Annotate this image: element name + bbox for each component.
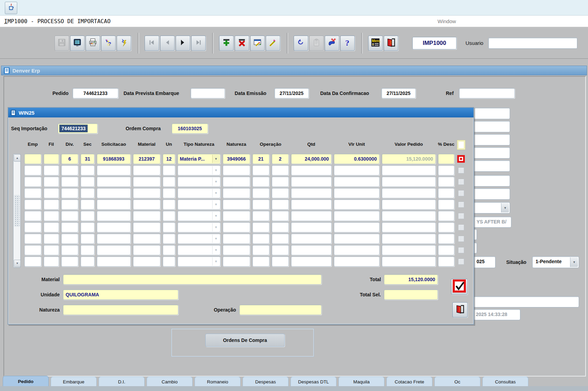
cell-div[interactable] — [61, 245, 78, 255]
cell-fil[interactable] — [43, 222, 59, 232]
cell-fil[interactable] — [43, 188, 59, 198]
cell-emp[interactable] — [24, 165, 41, 175]
cell-un[interactable] — [163, 222, 175, 232]
cell-operacao-2[interactable] — [272, 199, 289, 210]
data-confirmacao-field[interactable]: 27/11/2025 — [381, 88, 416, 98]
chevron-down-icon[interactable]: ▼ — [212, 223, 219, 231]
cell-sec[interactable] — [80, 177, 95, 187]
cell-operacao[interactable] — [252, 165, 270, 175]
help-button[interactable]: ? — [340, 36, 355, 51]
cell-perc-desc[interactable] — [438, 199, 454, 210]
cell-sec[interactable] — [80, 199, 95, 210]
tab-maquila[interactable]: Maquila — [339, 376, 384, 387]
cell-emp[interactable] — [24, 211, 41, 221]
cell-solicitacao[interactable] — [97, 211, 131, 221]
cell-sec[interactable] — [80, 245, 95, 255]
cell-tipo-natureza[interactable]: ▼ — [177, 222, 220, 232]
row-checkbox[interactable] — [458, 259, 464, 265]
cell-perc-desc[interactable] — [438, 165, 454, 175]
select-all-checkbox[interactable] — [457, 140, 465, 150]
ordem-compra-field[interactable]: 160103025 — [172, 123, 208, 134]
tab-consultas[interactable]: Consultas — [482, 376, 528, 387]
print-button[interactable] — [86, 36, 100, 51]
cell-fil[interactable] — [43, 211, 59, 221]
cell-fil[interactable] — [43, 165, 59, 175]
cell-natureza[interactable] — [223, 211, 250, 221]
grid-empty-row[interactable]: ▼ — [24, 177, 466, 187]
menu-window[interactable]: Window — [438, 18, 456, 24]
java-applet-button[interactable] — [5, 2, 17, 14]
cell-operacao-2[interactable] — [272, 245, 289, 255]
grid-empty-row[interactable]: ▼ — [24, 245, 466, 255]
cell-vlr-unit[interactable] — [334, 245, 380, 255]
cell-tipo-natureza[interactable]: ▼ — [177, 245, 220, 255]
row-selected-checkbox[interactable] — [457, 155, 465, 163]
undo-button[interactable] — [294, 36, 308, 51]
natureza-field[interactable] — [63, 305, 178, 315]
first-record-button[interactable] — [145, 36, 159, 51]
menu-program-title[interactable]: IMP1000 - PROCESSO DE IMPORTACAO — [4, 18, 110, 25]
cell-qtd[interactable] — [291, 233, 332, 244]
tab-cotacao-frete[interactable]: Cotacao Frete — [386, 376, 432, 387]
cell-emp[interactable] — [24, 233, 41, 244]
delete-record-button[interactable] — [235, 36, 249, 51]
cell-emp[interactable] — [24, 256, 41, 267]
cell-vlr-unit[interactable]: 0.6300000 — [334, 154, 380, 164]
cell-un[interactable] — [163, 233, 175, 244]
cell-div[interactable] — [61, 177, 78, 187]
cell-perc-desc[interactable] — [438, 154, 454, 164]
close-modal-button[interactable] — [452, 302, 468, 317]
cell-div[interactable]: 6 — [61, 154, 78, 164]
save-button[interactable] — [55, 36, 69, 51]
insert-record-button[interactable] — [219, 36, 234, 51]
cell-perc-desc[interactable] — [438, 233, 454, 244]
seq-importacao-field[interactable]: 744621233 — [58, 123, 98, 134]
win25-titlebar[interactable]: WIN25 — [8, 108, 473, 117]
clipboard-button[interactable] — [309, 36, 324, 51]
grid-empty-row[interactable]: ▼ — [24, 233, 466, 244]
cell-perc-desc[interactable] — [438, 256, 454, 267]
row-checkbox[interactable] — [458, 247, 464, 253]
cell-sec[interactable] — [80, 222, 95, 232]
cell-tipo-natureza[interactable]: ▼ — [177, 188, 220, 198]
cell-tipo-natureza[interactable]: Materia P... ▼ — [177, 154, 220, 164]
cell-qtd[interactable] — [291, 177, 332, 187]
display-button[interactable] — [70, 36, 85, 51]
cell-vlr-unit[interactable] — [334, 222, 380, 232]
situacao-dropdown[interactable]: 1-Pendente ▼ — [532, 256, 579, 268]
cell-material[interactable]: 212397 — [133, 154, 160, 164]
cell-natureza[interactable] — [223, 256, 250, 267]
tab-oc[interactable]: Oc — [434, 376, 480, 387]
cell-div[interactable] — [61, 256, 78, 267]
tab-di[interactable]: D.I. — [99, 376, 145, 387]
cell-sec[interactable] — [80, 211, 95, 221]
cell-operacao[interactable] — [252, 211, 270, 221]
cell-vlr-unit[interactable] — [334, 256, 380, 267]
scroll-down-button[interactable]: ▼ — [14, 260, 21, 267]
last-record-button[interactable] — [191, 36, 206, 51]
cell-qtd[interactable] — [291, 165, 332, 175]
cell-operacao[interactable] — [252, 233, 270, 244]
cell-div[interactable] — [61, 211, 78, 221]
cell-sec[interactable] — [80, 165, 95, 175]
cell-material[interactable] — [133, 165, 160, 175]
chevron-down-icon[interactable]: ▼ — [212, 155, 219, 163]
grid-empty-row[interactable]: ▼ — [24, 256, 466, 267]
cell-solicitacao[interactable] — [97, 199, 131, 210]
cell-perc-desc[interactable] — [438, 245, 454, 255]
cell-perc-desc[interactable] — [438, 211, 454, 221]
cell-sec[interactable] — [80, 256, 95, 267]
cell-fil[interactable] — [43, 199, 59, 210]
cell-vlr-unit[interactable] — [334, 211, 380, 221]
grid-empty-row[interactable]: ▼ — [24, 188, 466, 198]
cell-solicitacao[interactable] — [97, 245, 131, 255]
cell-qtd[interactable]: 24,000.000 — [291, 154, 332, 164]
unidade-field[interactable]: QUILOGRAMA — [63, 289, 178, 300]
cell-solicitacao[interactable] — [97, 177, 131, 187]
cell-material[interactable] — [133, 245, 160, 255]
cell-un[interactable] — [163, 188, 175, 198]
row-checkbox[interactable] — [458, 202, 464, 208]
cell-un[interactable] — [163, 211, 175, 221]
cell-natureza[interactable] — [223, 222, 250, 232]
cell-sec[interactable] — [80, 188, 95, 198]
